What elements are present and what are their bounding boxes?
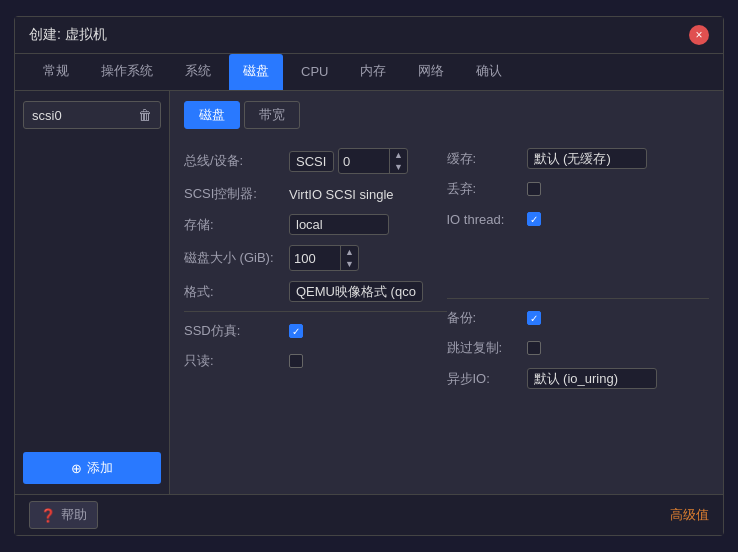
sub-tab-bar: 磁盘 带宽 [184,101,709,129]
ssd-row: SSD仿真: ✓ [184,316,447,346]
discard-row: 丢弃: [447,174,710,204]
spin-up-button[interactable]: ▲ [390,149,407,161]
left-divider [184,311,447,312]
backup-checkbox[interactable]: ✓ [527,311,541,325]
form-left-col: 总线/设备: SCSI 0 ▲ ▼ [184,143,447,394]
tab-os[interactable]: 操作系统 [87,54,167,90]
discard-checkbox[interactable] [527,182,541,196]
help-icon: ❓ [40,508,56,523]
io-thread-label: IO thread: [447,212,527,227]
plus-icon: ⊕ [71,461,82,476]
discard-label: 丢弃: [447,180,527,198]
spin-down-button[interactable]: ▼ [390,161,407,173]
bus-label: 总线/设备: [184,152,289,170]
modal-body: scsi0 🗑 ⊕ 添加 磁盘 带宽 总线/设备: [15,91,723,494]
sub-tab-bandwidth[interactable]: 带宽 [244,101,300,129]
storage-label: 存储: [184,216,289,234]
disk-size-spinbox: 100 ▲ ▼ [289,245,359,271]
add-disk-button[interactable]: ⊕ 添加 [23,452,161,484]
sub-tab-disk[interactable]: 磁盘 [184,101,240,129]
readonly-row: 只读: [184,346,447,376]
scsi-row: SCSI控制器: VirtIO SCSI single [184,179,447,209]
scsi-label: SCSI控制器: [184,185,289,203]
tab-cpu[interactable]: CPU [287,56,342,89]
cache-label: 缓存: [447,150,527,168]
bus-select-wrapper: SCSI 0 ▲ ▼ [289,148,408,174]
async-io-label: 异步IO: [447,370,527,388]
readonly-checkbox[interactable] [289,354,303,368]
modal-header: 创建: 虚拟机 × [15,17,723,54]
skip-replication-checkbox[interactable] [527,341,541,355]
backup-label: 备份: [447,309,527,327]
sidebar: scsi0 🗑 ⊕ 添加 [15,91,170,494]
backup-row: 备份: ✓ [447,303,710,333]
tab-memory[interactable]: 内存 [346,54,400,90]
disk-list-item: scsi0 🗑 [23,101,161,129]
right-divider [447,298,710,299]
async-io-row: 异步IO: 默认 (io_uring) [447,363,710,394]
disk-size-input[interactable]: 100 [290,249,340,268]
bus-num-spinbox: 0 ▲ ▼ [338,148,408,174]
skip-replication-row: 跳过复制: [447,333,710,363]
footer-bar: ❓ 帮助 高级值 [15,494,723,535]
bus-select[interactable]: SCSI [289,151,334,172]
io-thread-checkbox[interactable]: ✓ [527,212,541,226]
ssd-checkbox[interactable]: ✓ [289,324,303,338]
form-section: 总线/设备: SCSI 0 ▲ ▼ [184,143,709,394]
cache-row: 缓存: 默认 (无缓存) [447,143,710,174]
tab-disk[interactable]: 磁盘 [229,54,283,90]
tab-general[interactable]: 常规 [29,54,83,90]
format-label: 格式: [184,283,289,301]
disk-size-up-button[interactable]: ▲ [341,246,358,258]
tab-system[interactable]: 系统 [171,54,225,90]
readonly-label: 只读: [184,352,289,370]
content-area: 磁盘 带宽 总线/设备: SCSI 0 [170,91,723,494]
skip-replication-label: 跳过复制: [447,339,527,357]
tab-confirm[interactable]: 确认 [462,54,516,90]
scsi-value: VirtIO SCSI single [289,187,394,202]
add-label: 添加 [87,459,113,477]
disk-item-label: scsi0 [32,108,62,123]
format-select[interactable]: QEMU映像格式 (qco [289,281,423,302]
format-row: 格式: QEMU映像格式 (qco [184,276,447,307]
cache-select[interactable]: 默认 (无缓存) [527,148,647,169]
storage-select[interactable]: local [289,214,389,235]
disk-size-label: 磁盘大小 (GiB): [184,249,289,267]
async-io-select[interactable]: 默认 (io_uring) [527,368,657,389]
advanced-label: 高级值 [670,506,709,524]
io-thread-row: IO thread: ✓ [447,204,710,234]
disk-size-spin-buttons: ▲ ▼ [340,246,358,270]
disk-size-row: 磁盘大小 (GiB): 100 ▲ ▼ [184,240,447,276]
main-modal: 创建: 虚拟机 × 常规 操作系统 系统 磁盘 CPU 内存 网络 确认 scs… [14,16,724,536]
help-button[interactable]: ❓ 帮助 [29,501,98,529]
tab-network[interactable]: 网络 [404,54,458,90]
spacer-right2 [447,264,710,294]
ssd-label: SSD仿真: [184,322,289,340]
spin-buttons: ▲ ▼ [389,149,407,173]
bus-row: 总线/设备: SCSI 0 ▲ ▼ [184,143,447,179]
form-right-col: 缓存: 默认 (无缓存) 丢弃: IO thread: ✓ [447,143,710,394]
storage-row: 存储: local [184,209,447,240]
modal-title: 创建: 虚拟机 [29,26,107,44]
spacer-right [447,234,710,264]
disk-size-down-button[interactable]: ▼ [341,258,358,270]
tab-bar: 常规 操作系统 系统 磁盘 CPU 内存 网络 确认 [15,54,723,91]
close-button[interactable]: × [689,25,709,45]
delete-disk-icon[interactable]: 🗑 [138,107,152,123]
help-label: 帮助 [61,506,87,524]
bus-num-input[interactable]: 0 [339,152,389,171]
